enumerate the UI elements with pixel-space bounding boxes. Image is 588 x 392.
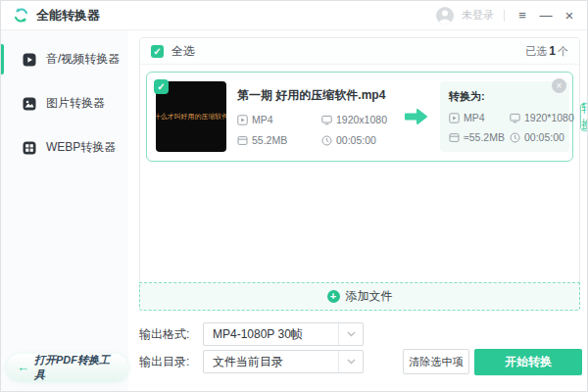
source-size: 55.2MB [237,134,321,146]
sidebar-item-label: WEBP转换器 [46,139,116,156]
file-title: 第一期 好用的压缩软件.mp4 [237,87,392,104]
sidebar: 音/视频转换器 图片转换器 [1,30,128,391]
target-file-info: 转换为: MP4 1920*1080 ≈55.2MB [440,81,569,152]
source-resolution: 1920x1080 [321,114,392,125]
sidebar-item-webp-converter[interactable]: WEBP转换器 [1,125,128,170]
file-list-header: ✓ 全选 已选1个 [140,38,579,65]
play-square-icon [237,115,248,125]
clock-icon [510,132,520,143]
target-size: ≈55.2MB [449,131,510,143]
minimize-icon[interactable]: — [538,8,554,23]
output-format-value: MP4-1080P 30帧 [204,326,338,343]
output-directory-select[interactable]: 文件当前目录 [203,350,364,373]
add-file-label: 添加文件 [346,288,393,305]
open-pdf-tool-label: 打开PDF转换工具 [34,353,116,382]
sidebar-item-label: 图片转换器 [46,95,105,112]
file-checkbox[interactable]: ✓ [154,79,169,94]
plus-icon: + [327,290,340,303]
convert-arrow-icon [404,108,428,125]
output-format-select[interactable]: MP4-1080P 30帧 [203,322,364,346]
titlebar-divider [504,10,505,22]
output-directory-label: 输出目录: [139,354,203,370]
source-format-value: MP4 [252,114,273,125]
open-pdf-tool-button[interactable]: ← 打开PDF转换工具 [7,354,128,380]
start-convert-button[interactable]: 开始转换 [474,349,582,375]
select-all-label: 全选 [172,43,195,60]
convert-button[interactable]: 转换 [580,103,588,131]
source-file-info: 第一期 好用的压缩软件.mp4 MP4 1920x1080 55.2MB [237,87,392,146]
chevron-down-icon [338,323,363,345]
selected-count-suffix: 个 [558,45,568,57]
target-duration-value: 00:05:00 [524,131,564,143]
output-directory-row: 输出目录: 文件当前目录 [139,350,364,373]
menu-icon[interactable]: ≡ [514,8,530,23]
file-card: 什么才叫好用的压缩软件 ✓ 第一期 好用的压缩软件.mp4 MP4 1920x1… [146,72,573,162]
output-format-label: 输出格式: [139,326,203,343]
remove-file-icon[interactable]: × [552,78,566,93]
chevron-down-icon [338,351,363,372]
select-all-checkbox[interactable]: ✓ [151,45,164,58]
target-resolution: 1920*1080 [510,112,574,123]
titlebar: 全能转换器 未登录 ≡ — × [1,1,587,30]
selected-count: 已选1个 [525,44,568,59]
selected-count-value: 1 [549,44,556,58]
webp-converter-icon [22,140,37,156]
source-size-value: 55.2MB [252,134,287,146]
monitor-icon [510,113,520,123]
target-format-value: MP4 [464,112,485,123]
output-directory-value: 文件当前目录 [204,354,338,370]
back-arrow-icon: ← [17,360,29,374]
sidebar-item-label: 音/视频转换器 [46,51,120,68]
close-icon[interactable]: × [562,7,577,24]
output-format-row: 输出格式: MP4-1080P 30帧 [139,322,364,346]
target-format: MP4 [449,112,510,123]
app-window: 全能转换器 未登录 ≡ — × [0,0,588,392]
clear-selected-button[interactable]: 清除选中项 [403,349,469,374]
target-duration: 00:05:00 [510,131,574,143]
file-list-panel: ✓ 全选 已选1个 什么才叫好用的压缩软件 ✓ 第一期 好用的压缩软件.mp4 … [139,37,580,311]
monitor-icon [321,115,332,125]
video-converter-icon [22,52,37,68]
image-converter-icon [22,96,37,112]
source-resolution-value: 1920x1080 [336,114,387,125]
sidebar-item-av-converter[interactable]: 音/视频转换器 [1,37,128,81]
source-duration: 00:05:00 [321,134,392,146]
video-thumbnail-wrap: 什么才叫好用的压缩软件 ✓ [156,81,226,152]
app-title: 全能转换器 [36,7,100,24]
thumbnail-caption: 什么才叫好用的压缩软件 [156,112,226,122]
add-file-dropzone[interactable]: + 添加文件 [139,282,580,311]
clock-icon [321,135,332,146]
sidebar-item-image-converter[interactable]: 图片转换器 [1,81,128,125]
storage-icon [449,132,460,143]
storage-icon [237,135,248,146]
app-logo-icon [13,7,29,24]
source-format: MP4 [237,114,321,125]
target-resolution-value: 1920*1080 [524,112,574,123]
selected-count-prefix: 已选 [525,45,547,57]
target-size-value: ≈55.2MB [464,131,505,143]
login-status[interactable]: 未登录 [462,8,494,23]
play-square-icon [449,113,460,123]
convert-to-label: 转换为: [449,89,561,104]
source-duration-value: 00:05:00 [336,134,376,146]
user-avatar[interactable] [436,7,454,24]
